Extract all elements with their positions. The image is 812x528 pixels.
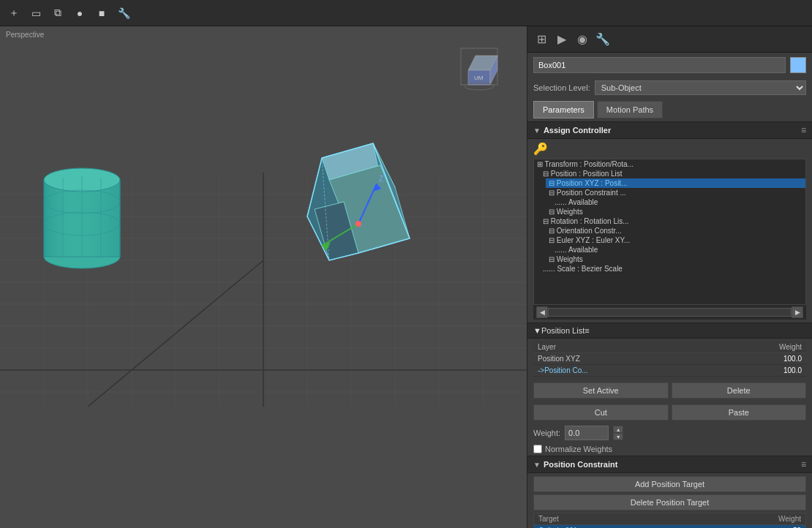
weight-spin-down[interactable]: ▼	[613, 433, 623, 440]
normalize-weights-row: Normalize Weights	[527, 442, 812, 456]
pos-list-row-0[interactable]: Position XYZ 100.0	[533, 353, 806, 365]
circle-icon[interactable]: ●	[72, 5, 88, 21]
position-list-title: Position List	[541, 326, 584, 335]
position-constraint-header[interactable]: ▼ Position Constraint ≡	[527, 456, 812, 473]
weight-label: Weight:	[533, 429, 560, 437]
layers-icon[interactable]: ⧉	[50, 5, 66, 21]
tree-item-3[interactable]: ⊟ Position Constraint ...	[546, 188, 805, 197]
plus-icon[interactable]: ＋	[6, 5, 22, 21]
tree-item-10[interactable]: ⊟ Weights	[546, 254, 805, 264]
tree-item-11[interactable]: ...... Scale : Bezier Scale	[540, 264, 805, 274]
normalize-weights-label: Normalize Weights	[545, 445, 612, 453]
target-row-0[interactable]: Cylinder001 50	[534, 525, 805, 528]
tree-item-0[interactable]: ⊞ Transform : Position/Rota...	[534, 159, 805, 169]
rectangle-icon[interactable]: ▭	[28, 5, 44, 21]
weight-row: Weight: ▲ ▼	[527, 423, 812, 442]
weight-spinner: ▲ ▼	[613, 426, 623, 440]
pos-list-cell-layer-1: ->Position Co...	[533, 365, 762, 376]
hierarchy-icon[interactable]: ⊞	[533, 31, 549, 48]
object-color-swatch[interactable]	[790, 57, 806, 73]
tree-item-4[interactable]: ...... Available	[552, 197, 805, 207]
assign-controller-arrow: ▼	[533, 127, 541, 135]
position-list-arrow: ▼	[533, 326, 541, 335]
pos-list-cell-layer-0: Position XYZ	[533, 353, 762, 364]
position-constraint-arrow: ▼	[533, 461, 541, 469]
position-list-section: Layer Weight Position XYZ 100.0 ->Positi…	[527, 339, 812, 456]
assign-controller-content: 🔑 ⊞ Transform : Position/Rota... ⊟ Posit…	[527, 139, 812, 323]
panel-toolbar: ⊞ ▶ ◉ 🔧	[527, 26, 812, 53]
tree-item-7[interactable]: ⊟ Orientation Constr...	[546, 226, 805, 235]
pos-list-row-1[interactable]: ->Position Co... 100.0	[533, 365, 806, 377]
target-table-body[interactable]: Cylinder001 50 Fix	[533, 524, 806, 528]
weight-input[interactable]	[565, 426, 609, 440]
position-constraint-title: Position Constraint	[544, 460, 801, 469]
target-table-header: Target Weight	[533, 513, 806, 524]
top-toolbar: ＋ ▭ ⧉ ● ■ 🔧	[0, 0, 812, 26]
pos-list-col-weight: Weight	[762, 342, 806, 352]
display-icon[interactable]: ◉	[574, 31, 590, 48]
position-list-header-row: Layer Weight	[533, 342, 806, 353]
motion-icon[interactable]: ▶	[554, 31, 570, 48]
target-header-weight: Weight	[769, 513, 805, 524]
assign-controller-menu[interactable]: ≡	[801, 125, 806, 135]
target-header-name: Target	[534, 513, 769, 524]
position-list-header[interactable]: ▼ Position List ≡	[527, 323, 812, 339]
viewport-label: Perspective	[6, 31, 44, 39]
svg-text:Z: Z	[379, 175, 383, 183]
selection-level-dropdown[interactable]: Sub-Object	[595, 80, 806, 95]
tree-scroll-bar: ◀ ▶	[533, 305, 806, 320]
delete-position-target-button[interactable]: Delete Position Target	[533, 494, 806, 510]
selection-level-label: Selection Level:	[533, 83, 590, 92]
viewport[interactable]: Perspective	[0, 26, 527, 528]
svg-text:UM: UM	[474, 75, 484, 81]
selection-level-row: Selection Level: Sub-Object	[527, 78, 812, 98]
right-panel: ⊞ ▶ ◉ 🔧 Selection Level: Sub-Object Para…	[527, 26, 812, 528]
assign-controller-header[interactable]: ▼ Assign Controller ≡	[527, 121, 812, 139]
wrench-icon[interactable]: 🔧	[116, 5, 132, 21]
delete-button[interactable]: Delete	[672, 382, 807, 399]
tree-item-5[interactable]: ⊟ Weights	[546, 207, 805, 216]
tab-row: Parameters Motion Paths	[527, 98, 812, 121]
tree-scroll-left[interactable]: ◀	[536, 306, 548, 318]
main-area: Perspective	[0, 26, 812, 528]
object-name-input[interactable]	[533, 57, 786, 73]
position-list-buttons: Set Active Delete	[527, 380, 812, 401]
normalize-weights-checkbox[interactable]	[533, 445, 542, 453]
cut-button[interactable]: Cut	[533, 404, 669, 420]
viewport-scene: Z UM	[0, 26, 527, 528]
paste-button[interactable]: Paste	[672, 404, 807, 420]
cut-paste-buttons: Cut Paste	[527, 401, 812, 423]
tree-item-9[interactable]: ...... Available	[552, 245, 805, 254]
tree-item-8[interactable]: ⊟ Euler XYZ : Euler XY...	[546, 235, 805, 245]
weight-spin-up[interactable]: ▲	[613, 426, 623, 433]
position-list-menu[interactable]: ≡	[584, 326, 589, 335]
tab-motion-paths[interactable]: Motion Paths	[597, 101, 663, 118]
position-list-table: Layer Weight Position XYZ 100.0 ->Positi…	[533, 342, 806, 377]
assign-controller-title: Assign Controller	[544, 126, 801, 135]
controller-icon: 🔑	[533, 142, 548, 156]
svg-point-48	[356, 221, 361, 227]
target-cell-name-0: Cylinder001	[534, 525, 769, 528]
pos-list-col-layer: Layer	[533, 342, 762, 352]
position-constraint-menu[interactable]: ≡	[801, 459, 806, 469]
tree-item-6[interactable]: ⊟ Rotation : Rotation Lis...	[540, 216, 805, 226]
add-position-target-button[interactable]: Add Position Target	[533, 476, 806, 492]
pos-list-cell-weight-0: 100.0	[762, 353, 806, 364]
tree-item-1[interactable]: ⊟ Position : Position List	[540, 169, 805, 178]
tab-parameters[interactable]: Parameters	[533, 101, 594, 118]
square-icon[interactable]: ■	[94, 5, 110, 21]
tree-item-2[interactable]: ⊟ Position XYZ : Posit...	[546, 178, 805, 188]
position-constraint-content: Add Position Target Delete Position Targ…	[527, 473, 812, 528]
tree-scroll-right[interactable]: ▶	[792, 306, 803, 318]
tree-scroll-track[interactable]	[548, 308, 792, 317]
set-active-button[interactable]: Set Active	[533, 382, 669, 399]
pos-list-cell-weight-1: 100.0	[762, 365, 806, 376]
target-cell-weight-0: 50	[769, 525, 805, 528]
utilities-icon[interactable]: 🔧	[595, 31, 611, 48]
object-name-bar	[527, 53, 812, 78]
controller-tree[interactable]: ⊞ Transform : Position/Rota... ⊟ Positio…	[533, 159, 806, 305]
